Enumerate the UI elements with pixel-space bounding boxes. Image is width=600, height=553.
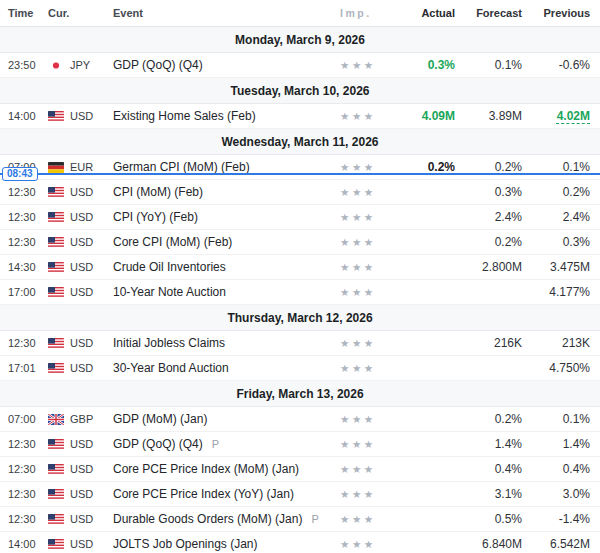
event-row[interactable]: 12:30USDCPI (YoY) (Feb)★★★2.4%2.4% [0,205,600,230]
forecast-value: 0.4% [455,462,522,476]
event-row[interactable]: 14:00USDExisting Home Sales (Feb)★★★4.09… [0,104,600,129]
event-currency: USD [48,237,113,248]
flag-us-icon [48,287,64,298]
event-name[interactable]: CPI (YoY) (Feb) [113,210,332,224]
event-name[interactable]: CPI (MoM) (Feb) [113,185,332,199]
event-currency: USD [48,489,113,500]
importance-stars: ★★★ [332,488,380,500]
event-label: 10-Year Note Auction [113,285,226,299]
flag-us-icon [48,363,64,374]
event-name[interactable]: 30-Year Bond Auction [113,361,332,375]
previous-value: 6.542M [522,537,590,551]
flag-us-icon [48,111,64,122]
event-row[interactable]: 23:50JPYGDP (QoQ) (Q4)★★★0.3%0.1%-0.6% [0,53,600,78]
event-name[interactable]: JOLTS Job Openings (Jan) [113,537,332,551]
event-time: 12:30 [0,186,48,198]
column-header-importance: Imp. [332,7,380,19]
event-name[interactable]: Crude Oil Inventories [113,260,332,274]
event-name[interactable]: GDP (MoM) (Jan) [113,412,332,426]
importance-stars: ★★★ [332,413,380,425]
event-label: CPI (YoY) (Feb) [113,210,198,224]
event-row[interactable]: 17:00USD10-Year Note Auction★★★4.177% [0,280,600,305]
event-name[interactable]: German CPI (MoM) (Feb) [113,160,332,174]
importance-stars: ★★★ [332,362,380,374]
column-header-actual: Actual [380,7,455,19]
event-name[interactable]: Durable Goods Orders (MoM) (Jan)P [113,512,332,526]
event-row[interactable]: 12:30USDCPI (MoM) (Feb)★★★0.3%0.2% [0,180,600,205]
importance-stars: ★★★ [332,110,380,122]
flag-us-icon [48,212,64,223]
importance-stars: ★★★ [332,538,380,550]
event-label: GDP (QoQ) (Q4) [113,58,203,72]
previous-value: 0.4% [522,462,590,476]
column-header-currency: Cur. [48,7,113,19]
column-header-event: Event [113,7,332,19]
importance-stars: ★★★ [332,337,380,349]
event-time: 17:00 [0,286,48,298]
event-currency: USD [48,464,113,475]
forecast-value: 216K [455,336,522,350]
event-label: Core PCE Price Index (MoM) (Jan) [113,462,299,476]
day-label: Monday, March 9, 2026 [235,33,365,47]
event-currency: USD [48,287,113,298]
event-label: Crude Oil Inventories [113,260,226,274]
event-name[interactable]: Initial Jobless Claims [113,336,332,350]
previous-value: 4.177% [522,285,590,299]
flag-us-icon [48,539,64,550]
event-currency: GBP [48,414,113,425]
importance-stars: ★★★ [332,463,380,475]
event-currency: USD [48,187,113,198]
importance-stars: ★★★ [332,211,380,223]
event-currency: USD [48,262,113,273]
event-row[interactable]: 12:30USDCore PCE Price Index (MoM) (Jan)… [0,457,600,482]
forecast-value: 3.1% [455,487,522,501]
event-name[interactable]: Core PCE Price Index (MoM) (Jan) [113,462,332,476]
forecast-value: 2.800M [455,260,522,274]
day-header: Monday, March 9, 2026 [0,27,600,53]
event-name[interactable]: GDP (QoQ) (Q4)P [113,437,332,451]
event-row[interactable]: 12:30USDGDP (QoQ) (Q4)P★★★1.4%1.4% [0,432,600,457]
event-row[interactable]: 12:30USDCore CPI (MoM) (Feb)★★★0.2%0.3% [0,230,600,255]
event-currency: USD [48,363,113,374]
currency-code: USD [70,489,93,500]
flag-us-icon [48,439,64,450]
event-row[interactable]: 12:30USDDurable Goods Orders (MoM) (Jan)… [0,507,600,532]
importance-stars: ★★★ [332,286,380,298]
event-row[interactable]: 17:01USD30-Year Bond Auction★★★4.750% [0,356,600,381]
event-row[interactable]: 12:30USDInitial Jobless Claims★★★216K213… [0,331,600,356]
day-label: Thursday, March 12, 2026 [227,311,372,325]
event-label: German CPI (MoM) (Feb) [113,160,250,174]
currency-code: JPY [70,60,90,71]
event-label: JOLTS Job Openings (Jan) [113,537,258,551]
currency-code: GBP [70,414,93,425]
forecast-value: 3.89M [455,109,522,123]
previous-value: 2.4% [522,210,590,224]
event-row[interactable]: 07:00EURGerman CPI (MoM) (Feb)★★★0.2%0.2… [0,155,600,180]
currency-code: USD [70,187,93,198]
previous-value: 3.475M [522,260,590,274]
currency-code: USD [70,237,93,248]
event-row[interactable]: 12:30USDCore PCE Price Index (YoY) (Jan)… [0,482,600,507]
previous-value: 213K [522,336,590,350]
event-row[interactable]: 14:00USDJOLTS Job Openings (Jan)★★★6.840… [0,532,600,553]
actual-value: 0.3% [380,58,455,72]
previous-value: 0.2% [522,185,590,199]
current-time-line [0,173,600,175]
event-label: Core PCE Price Index (YoY) (Jan) [113,487,294,501]
event-name[interactable]: 10-Year Note Auction [113,285,332,299]
event-name[interactable]: GDP (QoQ) (Q4) [113,58,332,72]
event-name[interactable]: Core PCE Price Index (YoY) (Jan) [113,487,332,501]
current-time-chip: 08:43 [2,167,38,181]
event-row[interactable]: 07:00GBPGDP (MoM) (Jan)★★★0.2%0.1% [0,407,600,432]
calendar-body: Monday, March 9, 202623:50JPYGDP (QoQ) (… [0,27,600,553]
actual-value: 0.2% [380,160,455,174]
day-label: Tuesday, March 10, 2026 [231,84,370,98]
importance-stars: ★★★ [332,438,380,450]
currency-code: EUR [70,162,93,173]
event-name[interactable]: Core CPI (MoM) (Feb) [113,235,332,249]
event-currency: USD [48,439,113,450]
event-time: 12:30 [0,463,48,475]
event-time: 12:30 [0,236,48,248]
event-name[interactable]: Existing Home Sales (Feb) [113,109,332,123]
event-row[interactable]: 14:30USDCrude Oil Inventories★★★2.800M3.… [0,255,600,280]
